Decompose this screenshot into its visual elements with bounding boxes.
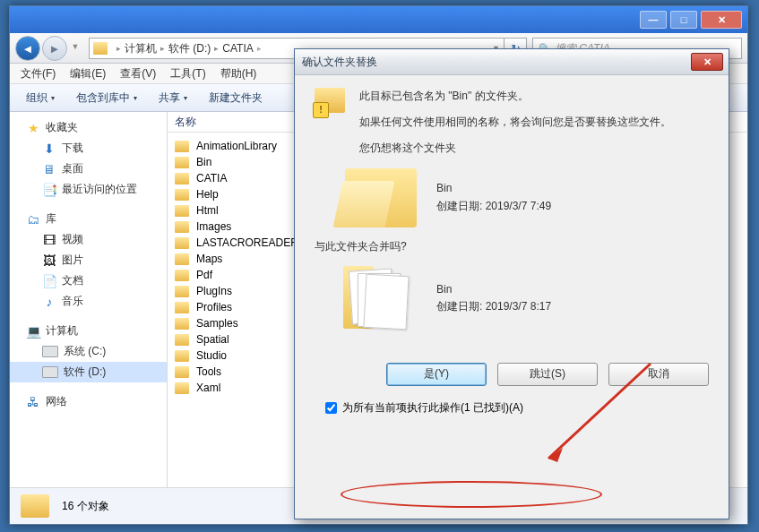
dialog-close-button[interactable]: ✕: [691, 53, 723, 71]
folder-icon: [175, 205, 189, 217]
organize-button[interactable]: 组织: [17, 88, 64, 108]
folder-name: LASTACROREADERU: [196, 236, 306, 249]
folder-icon: [175, 157, 189, 168]
folder-name: Images: [196, 220, 231, 233]
titlebar: — □ ✕: [10, 6, 747, 33]
dialog-message-2: 如果任何文件使用相同的名称，将会询问您是否要替换这些文件。: [359, 114, 709, 131]
folder-name: Studio: [196, 349, 227, 362]
sidebar-drive-c[interactable]: 系统 (C:): [10, 341, 167, 362]
folder-name: Tools: [196, 365, 221, 378]
favorites-header[interactable]: ★收藏夹: [10, 117, 167, 138]
folder-icon: [93, 42, 108, 55]
menu-view[interactable]: 查看(V): [113, 64, 163, 83]
menu-tools[interactable]: 工具(T): [163, 64, 212, 83]
libraries-header[interactable]: 🗂库: [10, 209, 167, 229]
folder-name: AnimationLibrary: [196, 140, 277, 152]
folder-name: Bin: [196, 156, 211, 168]
picture-icon: 🖼: [42, 253, 56, 268]
drive-icon: [42, 346, 58, 357]
breadcrumb-seg[interactable]: 软件 (D:): [168, 41, 211, 56]
folder-icon: [175, 382, 189, 394]
download-icon: ⬇: [42, 142, 56, 156]
network-icon: 🖧: [26, 395, 40, 409]
apply-all-checkbox[interactable]: [325, 402, 337, 414]
sidebar-documents[interactable]: 📄文档: [10, 270, 167, 291]
folder-icon: [175, 270, 189, 281]
dialog-message-3: 您仍想将这个文件夹: [359, 140, 709, 157]
source-folder-info: Bin 创建日期: 2019/3/7 7:49: [436, 180, 551, 214]
dialog-title: 确认文件夹替换: [295, 49, 729, 75]
drive-icon: [42, 366, 58, 378]
dest-folder-thumbnail: [345, 266, 417, 330]
folder-icon: [175, 253, 189, 265]
warning-folder-icon: !: [315, 88, 347, 116]
recent-icon: 📑: [42, 183, 56, 197]
skip-button[interactable]: 跳过(S): [497, 363, 598, 386]
menu-edit[interactable]: 编辑(E): [63, 64, 113, 83]
document-icon: 📄: [42, 274, 56, 288]
confirm-folder-replace-dialog: 确认文件夹替换 ✕ ! 此目标已包含名为 "Bin" 的文件夹。 如果任何文件使…: [294, 48, 729, 519]
folder-icon: [175, 318, 189, 330]
folder-name: Spatial: [196, 333, 229, 346]
breadcrumb-seg[interactable]: CATIA: [222, 42, 253, 55]
sidebar-downloads[interactable]: ⬇下载: [10, 138, 167, 159]
video-icon: 🎞: [42, 233, 56, 247]
folder-icon: [175, 221, 189, 233]
dialog-message-1: 此目标已包含名为 "Bin" 的文件夹。: [359, 88, 709, 105]
object-count: 16 个对象: [62, 499, 109, 514]
merge-question: 与此文件夹合并吗?: [315, 238, 709, 255]
folder-icon: [175, 237, 189, 249]
folder-icon: [175, 173, 189, 184]
folder-name: Xaml: [196, 382, 220, 394]
network-header[interactable]: 🖧网络: [10, 391, 167, 412]
computer-header[interactable]: 💻计算机: [10, 321, 167, 341]
include-library-button[interactable]: 包含到库中: [67, 88, 146, 108]
star-icon: ★: [26, 121, 40, 135]
libraries-icon: 🗂: [26, 212, 40, 227]
folder-name: Profiles: [196, 301, 232, 313]
folder-icon: [175, 189, 189, 201]
folder-icon: [175, 366, 189, 378]
new-folder-button[interactable]: 新建文件夹: [200, 88, 272, 108]
sidebar-videos[interactable]: 🎞视频: [10, 229, 167, 250]
folder-name: PlugIns: [196, 285, 232, 297]
folder-icon: [175, 286, 189, 297]
minimize-button[interactable]: —: [640, 11, 667, 29]
yes-button[interactable]: 是(Y): [386, 363, 487, 386]
folder-name: Samples: [196, 317, 238, 330]
sidebar-desktop[interactable]: 🖥桌面: [10, 159, 167, 179]
menu-file[interactable]: 文件(F): [13, 64, 63, 83]
music-icon: ♪: [42, 295, 56, 309]
desktop-icon: 🖥: [42, 162, 56, 176]
source-folder-thumbnail: [345, 168, 417, 227]
folder-icon: [175, 302, 189, 313]
breadcrumb-seg[interactable]: 计算机: [125, 41, 157, 56]
dest-folder-info: Bin 创建日期: 2019/3/7 8:17: [436, 281, 551, 315]
folder-icon: [175, 141, 189, 152]
sidebar-drive-d[interactable]: 软件 (D:): [10, 362, 167, 382]
sidebar-recent[interactable]: 📑最近访问的位置: [10, 179, 167, 200]
folder-icon: [175, 334, 189, 346]
computer-icon: 💻: [26, 324, 40, 339]
maximize-button[interactable]: □: [670, 11, 697, 29]
back-button[interactable]: ◄: [15, 36, 40, 61]
sidebar-pictures[interactable]: 🖼图片: [10, 250, 167, 270]
history-dropdown[interactable]: ▼: [69, 36, 82, 57]
folder-name: Help: [196, 188, 219, 201]
folder-name: Html: [196, 204, 219, 217]
forward-button[interactable]: ►: [42, 36, 67, 61]
folder-name: Pdf: [196, 269, 212, 281]
share-button[interactable]: 共享: [150, 88, 196, 108]
cancel-button[interactable]: 取消: [608, 363, 709, 386]
close-window-button[interactable]: ✕: [701, 11, 742, 29]
folder-name: CATIA: [196, 172, 227, 184]
folder-icon: [21, 494, 49, 518]
folder-name: Maps: [196, 253, 222, 265]
sidebar-music[interactable]: ♪音乐: [10, 291, 167, 312]
menu-help[interactable]: 帮助(H): [213, 64, 264, 83]
apply-all-label: 为所有当前项执行此操作(1 已找到)(A): [342, 400, 523, 416]
folder-icon: [175, 350, 189, 362]
navigation-pane: ★收藏夹 ⬇下载 🖥桌面 📑最近访问的位置 🗂库 🎞视频 🖼图片 📄文档 ♪音乐…: [10, 112, 168, 504]
